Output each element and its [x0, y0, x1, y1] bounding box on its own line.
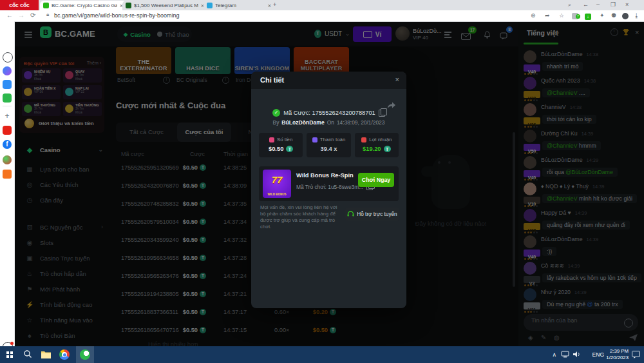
extension-icon[interactable]: ✦ — [600, 12, 605, 19]
telegram-favicon — [207, 3, 213, 8]
language-indicator[interactable]: ENG — [592, 351, 604, 358]
promo-favicon — [126, 3, 131, 8]
verified-check-icon — [272, 109, 280, 117]
stat-icon — [361, 137, 366, 142]
coccoc-sidebar: + f ⋯ — [0, 21, 15, 346]
downloads-tray-icon[interactable]: ⭳ — [634, 12, 639, 19]
modal-title: Chi tiết — [260, 76, 284, 84]
usdt-coin-icon — [384, 146, 391, 152]
games-icon[interactable] — [3, 93, 12, 103]
window-maximize-button[interactable]: ❐ — [611, 1, 616, 8]
bet-id-value: 1755526243200788701 — [312, 110, 375, 116]
tab-close-icon[interactable]: × — [268, 3, 271, 9]
network-icon[interactable] — [561, 351, 569, 359]
modal-header: Chi tiết × — [251, 72, 406, 89]
youtube-icon[interactable] — [3, 126, 12, 135]
stat-box: Thanh toán 39.4 x — [307, 133, 350, 157]
start-button[interactable] — [6, 351, 9, 354]
chrome-icon[interactable] — [59, 349, 70, 360]
browser-toolbar: ← → ⟳ 🔒︎ bc.game/vi/game/wild-bonus-re-s… — [0, 10, 644, 22]
save-page-icon[interactable]: ⊕ — [531, 12, 536, 19]
headset-icon — [347, 211, 354, 217]
player-name[interactable]: BúLozDònDame — [281, 119, 324, 126]
file-explorer-icon[interactable] — [41, 349, 52, 360]
bcgame-favicon — [43, 3, 49, 8]
live-support-button[interactable]: Hỗ trợ trực tuyến — [345, 208, 399, 221]
new-tab-button[interactable]: + — [273, 1, 276, 8]
share-page-icon[interactable]: ➦ — [545, 12, 550, 19]
play-now-button[interactable]: Chơi Ngay — [358, 173, 394, 187]
tray-chevron-icon[interactable]: ∧ — [552, 351, 556, 358]
add-shortcut-icon[interactable]: + — [3, 112, 12, 121]
forward-icon[interactable]: → — [18, 12, 24, 19]
reload-icon[interactable]: ⟳ — [30, 12, 35, 19]
window-minimize-button[interactable]: – — [596, 1, 600, 8]
game-title: Wild Bonus Re-Spin — [296, 172, 354, 179]
divider — [3, 106, 12, 106]
game-box: 77WILD BONUS Wild Bonus Re-Spin Mã Trò c… — [259, 166, 399, 201]
browser-tab-strip: cốc cốc BC.Game: Crypto Casino Gan × $1,… — [0, 0, 644, 10]
gift-icon[interactable] — [3, 155, 12, 164]
back-icon[interactable]: ← — [6, 12, 13, 19]
stat-icon — [269, 137, 274, 142]
stat-icon — [312, 137, 317, 142]
support-note: Mọi vấn đề, xin vui lòng liên hệ với bộ … — [260, 204, 343, 230]
profile-avatar[interactable] — [622, 13, 629, 21]
window-close-button[interactable]: × — [625, 1, 629, 8]
facebook-icon[interactable]: f — [3, 140, 12, 149]
browser-tab[interactable]: BC.Game: Crypto Casino Gan × — [40, 1, 126, 10]
browser-tab[interactable]: $1,500 Weekend Platipus M... × — [122, 1, 207, 10]
tab-search-icon[interactable]: ⌕ — [568, 1, 571, 8]
coccoc-shield-icon[interactable]: 7 — [572, 13, 580, 21]
messenger-icon[interactable] — [3, 66, 12, 75]
copy-icon[interactable] — [379, 110, 385, 117]
game-thumbnail[interactable]: 77WILD BONUS — [263, 170, 291, 198]
action-center-icon[interactable] — [632, 351, 640, 360]
coccoc-menu-button[interactable]: cốc cốc — [0, 0, 39, 10]
browser-tab[interactable]: Telegram × — [204, 1, 274, 10]
coccoc-taskbar-button[interactable] — [76, 346, 94, 363]
people-icon[interactable]: ⚉ — [611, 12, 616, 19]
close-icon[interactable]: × — [395, 75, 399, 83]
bet-timestamp: 14:38:09, 20/1/2023 — [337, 119, 385, 126]
bookmark-star-icon[interactable]: ☆ — [559, 12, 564, 19]
savior-download-icon[interactable]: ↓ — [585, 13, 591, 20]
url-field[interactable]: bc.game/vi/game/wild-bonus-re-spin-by-bo… — [54, 12, 180, 19]
history-icon[interactable] — [3, 52, 13, 63]
taskbar-clock[interactable]: 2:39 PM 1/20/2023 — [606, 348, 629, 361]
bet-details-modal: Chi tiết × Mã Cược: 1755526243200788701 … — [251, 72, 406, 308]
cart-icon[interactable] — [3, 170, 12, 179]
stat-box: Số tiền $0.50 — [259, 133, 303, 157]
usdt-coin-icon — [286, 146, 293, 152]
windows-taskbar: ∧ ENG 2:39 PM 1/20/2023 — [0, 346, 644, 363]
volume-icon[interactable] — [573, 351, 581, 359]
search-icon[interactable] — [23, 349, 33, 360]
stat-box: Lợi nhuận $19.20 — [355, 133, 399, 157]
lock-icon: 🔒︎ — [46, 12, 49, 18]
tab-overview-icon[interactable]: ← — [583, 1, 589, 8]
newsfeed-icon[interactable] — [3, 80, 12, 89]
